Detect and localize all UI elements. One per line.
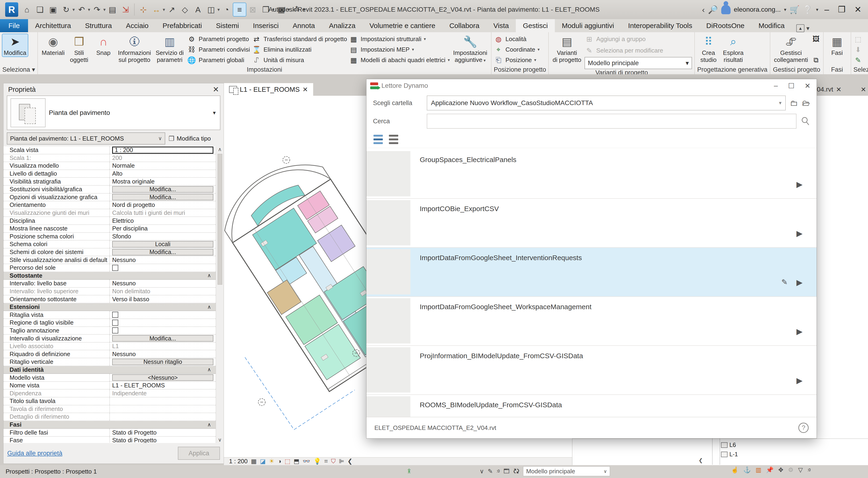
instance-combo[interactable]: Pianta del pavimento: L1 - ELET_ROOMS∨ bbox=[7, 132, 165, 144]
active-design-option-select[interactable]: Modello principale▾ bbox=[585, 57, 692, 69]
grid-view-toggle-icon[interactable] bbox=[373, 135, 383, 144]
property-row[interactable]: Mostra linee nascostePer disciplina bbox=[3, 225, 216, 233]
seleziona-per-modificare-button[interactable]: ✎Seleziona per modificare bbox=[585, 45, 692, 55]
section-collapse-icon[interactable]: ∧ bbox=[207, 304, 216, 310]
ribbon-collapse-caret-icon[interactable]: ▾ bbox=[806, 25, 809, 32]
redo-icon[interactable]: ↷ bbox=[91, 3, 103, 16]
ribbon-tab-modifica[interactable]: Modifica bbox=[751, 19, 792, 32]
property-button[interactable]: <Nessuno> bbox=[112, 374, 213, 381]
section-collapse-icon[interactable]: ∧ bbox=[207, 273, 216, 279]
informazioni-sul-progetto-button[interactable]: 🛈Informazionisul progetto bbox=[116, 34, 152, 64]
ribbon-tab-sistemi[interactable]: Sistemi bbox=[209, 19, 246, 32]
property-row[interactable]: FaseStato di Progetto bbox=[3, 437, 216, 443]
print-icon[interactable]: ▤ bbox=[106, 3, 119, 16]
property-row[interactable]: Scala vista1 : 200 bbox=[3, 146, 216, 155]
default-3d-view-icon[interactable]: ◫ bbox=[205, 3, 217, 16]
property-row[interactable]: Schemi di colore dei sistemiModifica... bbox=[3, 248, 216, 257]
section-sottostante[interactable]: Sottostante∧ bbox=[3, 272, 216, 280]
detail-level-icon[interactable]: ▦ bbox=[251, 458, 257, 465]
ribbon-collapse-icon[interactable]: ▴ bbox=[796, 24, 804, 32]
materiali-button[interactable]: ◉Materiali bbox=[40, 34, 66, 57]
script-row[interactable]: ImportCOBie_ExportCSV▶ bbox=[367, 199, 816, 248]
ribbon-tab-gestisci[interactable]: Gestisci bbox=[516, 19, 555, 32]
property-row[interactable]: Visualizza modelloNormale bbox=[3, 162, 216, 170]
ribbon-tab-dirootsone[interactable]: DiRootsOne bbox=[699, 19, 751, 32]
posizione-button[interactable]: ⎗Posizione▾ bbox=[494, 55, 540, 65]
section-icon[interactable]: ◔ bbox=[220, 3, 233, 16]
tag-icon[interactable]: ◇ bbox=[179, 3, 191, 16]
signed-in-user[interactable]: eleonora.cong... bbox=[734, 6, 781, 13]
properties-close-icon[interactable]: ✕ bbox=[213, 85, 219, 94]
browser-scroll-left-icon[interactable]: ❮ bbox=[699, 457, 703, 464]
stili-oggetti-button[interactable]: ❒Stilioggetti bbox=[68, 34, 90, 64]
property-button[interactable]: Locali bbox=[112, 241, 213, 247]
run-script-icon[interactable]: ▶ bbox=[797, 179, 803, 189]
script-row[interactable]: ROOMS_BIModelUpdate_FromCSV-GISData bbox=[367, 395, 816, 417]
crop-view-icon[interactable]: ⬚ bbox=[285, 458, 290, 465]
help-icon[interactable]: ❔ bbox=[803, 5, 813, 14]
impostazioni-strutturali-button[interactable]: ▦Impostazioni strutturali▾ bbox=[349, 34, 450, 44]
status-chevron-icon[interactable]: ∨ bbox=[479, 468, 484, 475]
default-3d-view-caret-icon[interactable]: ▾ bbox=[217, 7, 220, 12]
edit-selection-button[interactable]: ✎ bbox=[854, 55, 863, 65]
property-row[interactable]: Ritaglia vista bbox=[3, 311, 216, 319]
close-inactive-windows-icon[interactable]: ⊠ bbox=[246, 3, 259, 16]
panel-label-varianti-di-progetto[interactable]: Varianti di progetto bbox=[549, 69, 694, 74]
open-icon[interactable]: ❏ bbox=[34, 3, 46, 16]
ribbon-tab-moduli-aggiuntivi[interactable]: Moduli aggiuntivi bbox=[555, 19, 621, 32]
ribbon-tab-volumetrie-e-cantiere[interactable]: Volumetrie e cantiere bbox=[363, 19, 442, 32]
folder-dropdown[interactable]: Applicazione Nuovo Workflow_CasoStudioMA… bbox=[427, 96, 786, 110]
select-underlay-icon[interactable]: ▥ bbox=[755, 466, 762, 474]
folder-caret-icon[interactable]: ▾ bbox=[779, 100, 781, 106]
editing-requests-icon[interactable]: 🗘 bbox=[513, 468, 519, 475]
dialog-maximize-icon[interactable]: ☐ bbox=[788, 82, 795, 90]
search-input[interactable] bbox=[427, 114, 797, 129]
browser-item-l6[interactable]: L6 bbox=[721, 442, 736, 448]
parametri-progetto-button[interactable]: ⚙Parametri progetto bbox=[187, 34, 250, 44]
avatar[interactable] bbox=[721, 5, 731, 14]
property-row[interactable]: Modello vista<Nessuno> bbox=[3, 374, 216, 382]
varianti-di-progetto-button[interactable]: ▤Variantidi progetto bbox=[551, 34, 583, 64]
scroll-up-icon[interactable]: ∧ bbox=[218, 146, 222, 152]
script-row[interactable]: GroupSpaces_ElectricalPanels▶ bbox=[367, 150, 816, 199]
ribbon-tab-acciaio[interactable]: Acciaio bbox=[119, 19, 156, 32]
property-row[interactable]: Visualizzazione giunti dei muriCalcola t… bbox=[3, 209, 216, 217]
sun-path-icon[interactable]: ☀ bbox=[269, 458, 274, 465]
panel-label-seleziona[interactable]: Seleziona ▾ bbox=[0, 65, 37, 74]
run-script-icon[interactable]: ▶ bbox=[797, 278, 803, 287]
sync-with-central-caret-icon[interactable]: ▾ bbox=[72, 7, 75, 12]
ribbon-tab-annota[interactable]: Annota bbox=[286, 19, 322, 32]
edit-script-icon[interactable]: ✎ bbox=[781, 278, 787, 286]
property-row[interactable]: Nome vistaL1 - ELET_ROOMS bbox=[3, 382, 216, 390]
type-selector[interactable]: Pianta del pavimento ▾ bbox=[7, 96, 220, 130]
section-collapse-icon[interactable]: ∧ bbox=[207, 422, 216, 428]
ribbon-tab-analizza[interactable]: Analizza bbox=[322, 19, 362, 32]
panel-label-impostazioni[interactable]: Impostazioni bbox=[38, 65, 491, 74]
property-row[interactable]: Taglio annotazione bbox=[3, 327, 216, 335]
property-row[interactable]: Posizione schema coloriSfondo bbox=[3, 233, 216, 241]
constraints-icon[interactable]: ⊫ bbox=[339, 458, 344, 465]
property-row[interactable]: Tavola di riferimento bbox=[3, 405, 216, 413]
unit-di-misura-button[interactable]: ⑀Unità di misura bbox=[252, 55, 347, 65]
property-row[interactable]: DisciplinaElettrico bbox=[3, 217, 216, 225]
section-dati-identit-[interactable]: Dati identità∧ bbox=[3, 366, 216, 374]
minimize-button[interactable]: – bbox=[822, 5, 832, 14]
list-view-toggle-icon[interactable] bbox=[389, 135, 398, 144]
worksharing-display-icon[interactable]: ⛉ bbox=[331, 458, 336, 465]
shadows-icon[interactable]: ◑ bbox=[278, 458, 281, 465]
modifica-button[interactable]: ➤Modifica bbox=[2, 34, 28, 57]
property-button[interactable]: Modifica... bbox=[112, 335, 213, 342]
panel-label-fasi[interactable]: Fasi bbox=[824, 65, 851, 74]
manage-images-button[interactable]: 🖼 bbox=[811, 34, 821, 44]
property-checkbox[interactable] bbox=[112, 312, 118, 318]
search-icon[interactable]: 🔎 bbox=[708, 5, 718, 14]
export-pdf-icon[interactable]: ⇲ bbox=[119, 3, 132, 16]
section-fasi[interactable]: Fasi∧ bbox=[3, 421, 216, 429]
properties-help-link[interactable]: Guida alle proprietà bbox=[7, 450, 62, 457]
property-row[interactable]: DipendenzaIndipendente bbox=[3, 389, 216, 398]
ribbon-tab-collabora[interactable]: Collabora bbox=[442, 19, 486, 32]
scroll-down-icon[interactable]: ∨ bbox=[218, 437, 222, 443]
user-caret-icon[interactable]: ▾ bbox=[784, 7, 786, 12]
browser-item-l-1[interactable]: L-1 bbox=[721, 451, 738, 458]
gestisci-collegamenti-button[interactable]: 🖇Gestiscicollegamenti bbox=[773, 34, 810, 64]
